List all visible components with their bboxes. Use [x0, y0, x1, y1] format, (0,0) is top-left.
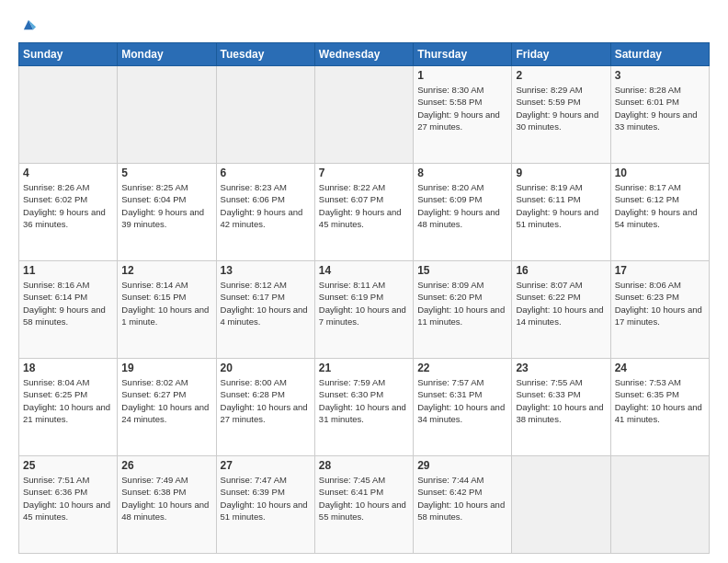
- day-number: 21: [319, 362, 409, 374]
- calendar-cell: [118, 66, 216, 164]
- day-info: Sunrise: 7:44 AMSunset: 6:42 PMDaylight:…: [417, 474, 507, 523]
- calendar-cell: [512, 456, 610, 554]
- day-info: Sunrise: 8:09 AMSunset: 6:20 PMDaylight:…: [417, 279, 507, 327]
- day-info: Sunrise: 8:06 AMSunset: 6:23 PMDaylight:…: [615, 279, 705, 327]
- day-info: Sunrise: 8:20 AMSunset: 6:09 PMDaylight:…: [417, 181, 507, 230]
- day-number: 12: [121, 264, 211, 277]
- day-number: 11: [23, 264, 113, 277]
- calendar-cell: 28Sunrise: 7:45 AMSunset: 6:41 PMDayligh…: [314, 456, 413, 554]
- header-day-friday: Friday: [512, 43, 610, 66]
- header-day-tuesday: Tuesday: [216, 43, 314, 66]
- week-row-5: 25Sunrise: 7:51 AMSunset: 6:36 PMDayligh…: [19, 456, 710, 554]
- day-number: 2: [516, 69, 606, 82]
- day-number: 3: [615, 69, 705, 82]
- day-info: Sunrise: 8:22 AMSunset: 6:07 PMDaylight:…: [319, 181, 409, 230]
- calendar-cell: 24Sunrise: 7:53 AMSunset: 6:35 PMDayligh…: [610, 359, 709, 456]
- calendar-cell: 22Sunrise: 7:57 AMSunset: 6:31 PMDayligh…: [414, 359, 512, 456]
- calendar-cell: 4Sunrise: 8:26 AMSunset: 6:02 PMDaylight…: [19, 164, 118, 261]
- calendar-cell: [19, 66, 118, 164]
- logo-icon: [18, 15, 39, 35]
- day-number: 6: [221, 167, 311, 179]
- day-info: Sunrise: 8:00 AMSunset: 6:28 PMDaylight:…: [221, 376, 311, 425]
- day-number: 14: [319, 264, 409, 277]
- calendar-cell: 12Sunrise: 8:14 AMSunset: 6:15 PMDayligh…: [118, 261, 216, 359]
- calendar-cell: 15Sunrise: 8:09 AMSunset: 6:20 PMDayligh…: [414, 261, 512, 359]
- calendar-cell: [314, 66, 413, 164]
- calendar-cell: [610, 456, 709, 554]
- calendar-cell: 16Sunrise: 8:07 AMSunset: 6:22 PMDayligh…: [512, 261, 610, 359]
- day-number: 8: [417, 167, 507, 179]
- calendar-header: SundayMondayTuesdayWednesdayThursdayFrid…: [19, 43, 710, 66]
- calendar-cell: 7Sunrise: 8:22 AMSunset: 6:07 PMDaylight…: [314, 164, 413, 261]
- calendar-cell: 3Sunrise: 8:28 AMSunset: 6:01 PMDaylight…: [610, 66, 709, 164]
- day-number: 7: [319, 167, 409, 179]
- day-number: 4: [23, 167, 113, 179]
- day-info: Sunrise: 7:45 AMSunset: 6:41 PMDaylight:…: [319, 474, 409, 523]
- day-info: Sunrise: 8:14 AMSunset: 6:15 PMDaylight:…: [121, 279, 211, 327]
- calendar-cell: 23Sunrise: 7:55 AMSunset: 6:33 PMDayligh…: [512, 359, 610, 456]
- day-info: Sunrise: 7:59 AMSunset: 6:30 PMDaylight:…: [319, 376, 409, 425]
- day-number: 19: [121, 362, 211, 374]
- calendar-cell: [216, 66, 314, 164]
- calendar-table: SundayMondayTuesdayWednesdayThursdayFrid…: [18, 42, 710, 554]
- calendar-cell: 21Sunrise: 7:59 AMSunset: 6:30 PMDayligh…: [314, 359, 413, 456]
- calendar-cell: 17Sunrise: 8:06 AMSunset: 6:23 PMDayligh…: [610, 261, 709, 359]
- day-number: 28: [319, 459, 409, 472]
- week-row-2: 4Sunrise: 8:26 AMSunset: 6:02 PMDaylight…: [19, 164, 710, 261]
- day-number: 13: [221, 264, 311, 277]
- day-number: 16: [516, 264, 606, 277]
- day-info: Sunrise: 8:29 AMSunset: 5:59 PMDaylight:…: [516, 84, 606, 132]
- calendar-cell: 27Sunrise: 7:47 AMSunset: 6:39 PMDayligh…: [216, 456, 314, 554]
- week-row-3: 11Sunrise: 8:16 AMSunset: 6:14 PMDayligh…: [19, 261, 710, 359]
- calendar-cell: 19Sunrise: 8:02 AMSunset: 6:27 PMDayligh…: [118, 359, 216, 456]
- day-info: Sunrise: 7:57 AMSunset: 6:31 PMDaylight:…: [417, 376, 507, 425]
- header-day-wednesday: Wednesday: [314, 43, 413, 66]
- day-number: 17: [615, 264, 705, 277]
- page-header: [18, 15, 710, 35]
- day-info: Sunrise: 8:30 AMSunset: 5:58 PMDaylight:…: [417, 84, 507, 132]
- calendar-cell: 10Sunrise: 8:17 AMSunset: 6:12 PMDayligh…: [610, 164, 709, 261]
- day-number: 24: [615, 362, 705, 374]
- day-info: Sunrise: 7:51 AMSunset: 6:36 PMDaylight:…: [23, 474, 113, 523]
- day-number: 22: [417, 362, 507, 374]
- day-info: Sunrise: 8:26 AMSunset: 6:02 PMDaylight:…: [23, 181, 113, 230]
- calendar-cell: 13Sunrise: 8:12 AMSunset: 6:17 PMDayligh…: [216, 261, 314, 359]
- calendar-cell: 18Sunrise: 8:04 AMSunset: 6:25 PMDayligh…: [19, 359, 118, 456]
- day-number: 15: [417, 264, 507, 277]
- calendar-cell: 5Sunrise: 8:25 AMSunset: 6:04 PMDaylight…: [118, 164, 216, 261]
- day-info: Sunrise: 7:53 AMSunset: 6:35 PMDaylight:…: [615, 376, 705, 425]
- day-number: 26: [121, 459, 211, 472]
- calendar-cell: 9Sunrise: 8:19 AMSunset: 6:11 PMDaylight…: [512, 164, 610, 261]
- day-info: Sunrise: 8:17 AMSunset: 6:12 PMDaylight:…: [615, 181, 705, 230]
- day-info: Sunrise: 8:11 AMSunset: 6:19 PMDaylight:…: [319, 279, 409, 327]
- day-info: Sunrise: 7:49 AMSunset: 6:38 PMDaylight:…: [121, 474, 211, 523]
- day-number: 5: [121, 167, 211, 179]
- header-day-thursday: Thursday: [414, 43, 512, 66]
- calendar-cell: 2Sunrise: 8:29 AMSunset: 5:59 PMDaylight…: [512, 66, 610, 164]
- day-info: Sunrise: 8:23 AMSunset: 6:06 PMDaylight:…: [221, 181, 311, 230]
- calendar-cell: 11Sunrise: 8:16 AMSunset: 6:14 PMDayligh…: [19, 261, 118, 359]
- day-info: Sunrise: 7:47 AMSunset: 6:39 PMDaylight:…: [221, 474, 311, 523]
- week-row-1: 1Sunrise: 8:30 AMSunset: 5:58 PMDaylight…: [19, 66, 710, 164]
- week-row-4: 18Sunrise: 8:04 AMSunset: 6:25 PMDayligh…: [19, 359, 710, 456]
- calendar-cell: 6Sunrise: 8:23 AMSunset: 6:06 PMDaylight…: [216, 164, 314, 261]
- header-day-monday: Monday: [118, 43, 216, 66]
- day-number: 29: [417, 459, 507, 472]
- day-number: 27: [221, 459, 311, 472]
- day-info: Sunrise: 8:19 AMSunset: 6:11 PMDaylight:…: [516, 181, 606, 230]
- day-number: 1: [417, 69, 507, 82]
- calendar-cell: 25Sunrise: 7:51 AMSunset: 6:36 PMDayligh…: [19, 456, 118, 554]
- day-info: Sunrise: 8:16 AMSunset: 6:14 PMDaylight:…: [23, 279, 113, 327]
- calendar-cell: 1Sunrise: 8:30 AMSunset: 5:58 PMDaylight…: [414, 66, 512, 164]
- day-info: Sunrise: 8:12 AMSunset: 6:17 PMDaylight:…: [221, 279, 311, 327]
- calendar-cell: 8Sunrise: 8:20 AMSunset: 6:09 PMDaylight…: [414, 164, 512, 261]
- calendar-cell: 20Sunrise: 8:00 AMSunset: 6:28 PMDayligh…: [216, 359, 314, 456]
- day-info: Sunrise: 7:55 AMSunset: 6:33 PMDaylight:…: [516, 376, 606, 425]
- calendar-body: 1Sunrise: 8:30 AMSunset: 5:58 PMDaylight…: [19, 66, 710, 554]
- day-number: 18: [23, 362, 113, 374]
- header-row: SundayMondayTuesdayWednesdayThursdayFrid…: [19, 43, 710, 66]
- calendar-cell: 14Sunrise: 8:11 AMSunset: 6:19 PMDayligh…: [314, 261, 413, 359]
- header-day-sunday: Sunday: [19, 43, 118, 66]
- calendar-cell: 26Sunrise: 7:49 AMSunset: 6:38 PMDayligh…: [118, 456, 216, 554]
- day-info: Sunrise: 8:25 AMSunset: 6:04 PMDaylight:…: [121, 181, 211, 230]
